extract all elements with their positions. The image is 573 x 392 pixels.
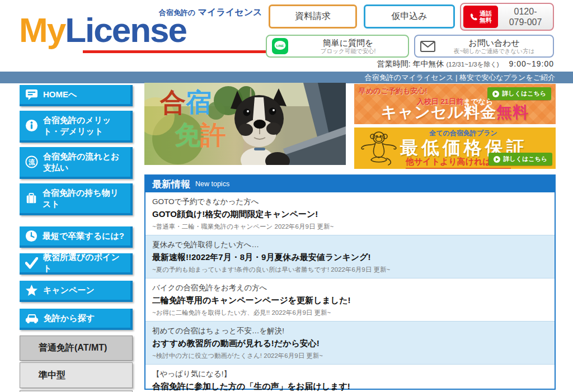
sidebar-item-packing-list[interactable]: 合宿免許の持ち物リスト — [20, 183, 133, 215]
price-banner-detail-button[interactable]: 詳しくはこちら — [489, 153, 552, 166]
check-icon — [25, 257, 38, 269]
line-question-button[interactable]: LINE 簡単に質問を ブロック可能で安心! — [266, 35, 409, 58]
sidebar-item-campaign[interactable]: キャンペーン — [20, 281, 133, 302]
top-strip: 合宿免許のマイライセンス | 格安で安心なプランをご紹介 — [0, 72, 573, 83]
news-item[interactable]: バイクの合宿免許をお考えの方へ 二輪免許専用のキャンペーンページを更新しました!… — [145, 278, 555, 321]
monkey-icon — [356, 129, 401, 167]
news-section: 最新情報 New topics GOTOで予約できなかった方へ GOTO顔負け!… — [144, 174, 556, 390]
news-subtitle: New topics — [195, 180, 229, 188]
news-title: 最新情報 — [152, 178, 190, 191]
news-item[interactable]: GOTOで予約できなかった方へ GOTO顔負け!格安の期間限定キャンペーン! ~… — [145, 192, 555, 235]
hero-image: 合宿 免許 — [144, 83, 346, 165]
line-icon: LINE — [272, 38, 288, 54]
suitcase-icon — [25, 192, 37, 205]
logo-tagline: 合宿免許の マイライセンス — [159, 7, 262, 18]
info-icon — [25, 119, 38, 132]
hero-overlay-text: 合宿 免許 — [160, 86, 226, 151]
news-item[interactable]: 夏休みで免許取得したい方へ… 最新速報!!2022年7月・8月・9月夏休み最安値… — [145, 235, 555, 278]
car-icon — [25, 313, 39, 324]
phone-button[interactable]: 通話 無料 0120- 079-007 — [460, 3, 554, 31]
chat-bubble-icon — [25, 89, 38, 101]
toll-free-badge: 通話 無料 — [463, 6, 498, 28]
sidebar-item-search-by-license[interactable]: 免許から探す — [20, 309, 133, 330]
provisional-apply-button[interactable]: 仮申込み — [364, 4, 455, 29]
sidebar-item-semi-medium[interactable]: 準中型 — [20, 362, 133, 388]
cancel-fee-banner[interactable]: 早めのご予約も安心! 詳しくはこちら 入校日 21日前までなら キャンセル料金無… — [354, 84, 556, 124]
star-icon — [25, 284, 38, 296]
request-materials-button[interactable]: 資料請求 — [269, 4, 357, 29]
news-header: 最新情報 New topics — [145, 176, 555, 192]
phone-icon — [469, 13, 478, 21]
contact-button[interactable]: お問い合わせ 夜~朝しかご連絡できない方は — [414, 35, 554, 58]
clock-icon — [25, 230, 37, 242]
news-item[interactable]: 【やっぱり気になる!】 合宿免許に参加した方の「生の声」をお届けします! ~恐い… — [145, 364, 555, 392]
mail-icon — [420, 41, 435, 52]
sidebar-item-choosing-points[interactable]: 教習所選びのポイント — [20, 253, 133, 275]
news-item[interactable]: 初めての合宿はちょっと不安…を解決! おすすめ教習所の動画が見れる!だから安心!… — [145, 321, 555, 364]
svg-text:LINE: LINE — [276, 44, 284, 48]
sidebar-item-fastest-graduate[interactable]: 最短で卒業するには? — [20, 226, 133, 248]
arrow-circle-icon — [494, 156, 500, 163]
lowest-price-banner[interactable]: 全ての合宿免許プラン 最低価格保証 他サイトより高ければ返金! 詳しくはこちら — [354, 127, 556, 169]
sidebar-nav: HOMEへ 合宿免許のメリット・デメリット 流 合宿免許の流れとお支払い — [20, 85, 133, 392]
page: MyLicense 合宿免許の マイライセンス 資料請求 仮申込み 通話 無料 … — [0, 0, 573, 392]
phone-number: 0120- 079-007 — [498, 6, 553, 27]
flow-circle-icon: 流 — [25, 155, 38, 168]
brand-my: My — [19, 11, 65, 49]
sidebar-item-home[interactable]: HOMEへ — [20, 85, 133, 106]
logo-underline — [83, 50, 267, 53]
sidebar-item-flow-payment[interactable]: 流 合宿免許の流れとお支払い — [20, 147, 133, 179]
site-logo[interactable]: MyLicense 合宿免許の マイライセンス — [17, 1, 257, 59]
sidebar-item-merit-demerit[interactable]: 合宿免許のメリット・デメリット — [20, 111, 133, 143]
business-hours: 営業時間: 年中無休 (12/31~1/3を除く) 9:00~19:00 — [377, 59, 554, 69]
svg-text:流: 流 — [29, 158, 35, 166]
sidebar-item-regular-license[interactable]: 普通免許(AT/MT) — [20, 336, 133, 361]
arrow-circle-icon — [492, 91, 499, 97]
